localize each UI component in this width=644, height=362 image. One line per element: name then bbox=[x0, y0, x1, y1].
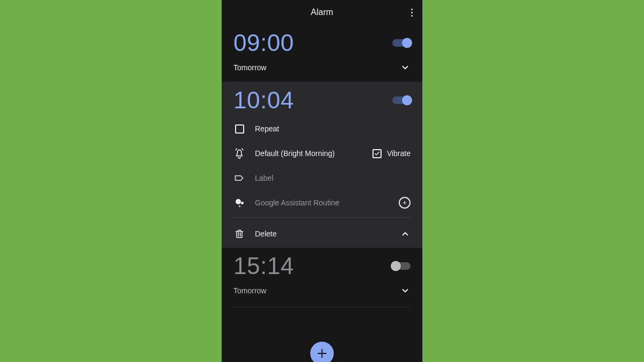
add-alarm-fab[interactable] bbox=[310, 342, 334, 362]
assistant-label: Google Assistant Routine bbox=[255, 198, 339, 207]
alarm-expand-row[interactable]: Tomorrow bbox=[233, 55, 411, 82]
alarm-time[interactable]: 15:14 bbox=[233, 254, 294, 278]
vibrate-label: Vibrate bbox=[387, 149, 411, 158]
google-assistant-icon bbox=[233, 197, 245, 209]
alarm-toggle[interactable] bbox=[392, 39, 411, 47]
alarm-toggle[interactable] bbox=[392, 97, 411, 104]
checkbox-unchecked-icon bbox=[235, 124, 244, 134]
delete-label: Delete bbox=[255, 230, 276, 238]
sound-row[interactable]: Default (Bright Morning) bbox=[233, 147, 335, 159]
alarm-time[interactable]: 10:04 bbox=[233, 88, 294, 112]
alarm-card: 15:14 Tomorrow bbox=[222, 248, 422, 307]
repeat-label: Repeat bbox=[255, 124, 279, 133]
assistant-row[interactable]: Google Assistant Routine bbox=[233, 190, 411, 215]
add-circle-icon bbox=[399, 197, 411, 209]
chevron-up-icon[interactable] bbox=[400, 228, 411, 239]
label-row[interactable]: Label bbox=[233, 166, 411, 190]
chevron-down-icon bbox=[400, 285, 411, 296]
page-title: Alarm bbox=[311, 8, 333, 17]
more-vert-icon bbox=[411, 9, 413, 10]
alarm-time[interactable]: 09:00 bbox=[233, 31, 294, 55]
alarm-schedule-label: Tomorrow bbox=[233, 63, 266, 72]
chevron-down-icon bbox=[400, 62, 411, 73]
delete-row[interactable]: Delete bbox=[233, 228, 276, 240]
trash-icon bbox=[233, 228, 245, 240]
divider bbox=[233, 307, 411, 307]
repeat-row[interactable]: Repeat bbox=[233, 116, 411, 141]
label-icon bbox=[233, 172, 245, 184]
overflow-menu-button[interactable] bbox=[406, 7, 417, 18]
alarm-expand-row[interactable]: Tomorrow bbox=[233, 278, 411, 305]
vibrate-row[interactable]: Vibrate bbox=[372, 149, 411, 158]
checkbox-checked-icon bbox=[372, 149, 382, 158]
alarm-card-expanded: 10:04 Repeat bbox=[222, 82, 422, 248]
alarm-toggle[interactable] bbox=[392, 262, 411, 270]
phone-frame: Alarm 09:00 Tomorrow 10:04 bbox=[222, 0, 422, 362]
plus-icon bbox=[316, 348, 328, 359]
alarm-schedule-label: Tomorrow bbox=[233, 286, 266, 295]
alarm-card: 09:00 Tomorrow bbox=[222, 25, 422, 82]
label-text: Label bbox=[255, 174, 273, 182]
divider bbox=[233, 217, 411, 218]
sound-label: Default (Bright Morning) bbox=[255, 149, 335, 158]
app-bar: Alarm bbox=[222, 0, 422, 25]
bell-ring-icon bbox=[233, 147, 245, 159]
